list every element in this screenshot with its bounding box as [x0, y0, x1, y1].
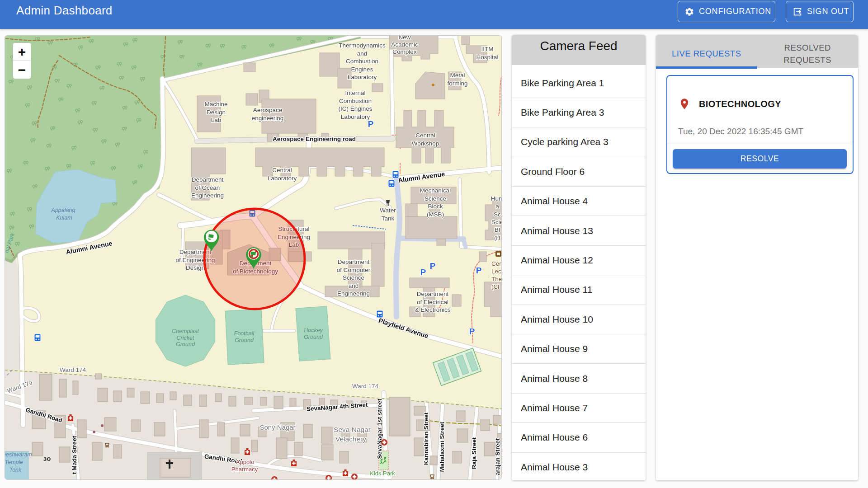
svg-text:Sony Nagar: Sony Nagar [259, 423, 295, 431]
svg-text:IITM: IITM [481, 46, 494, 52]
svg-text:SevaNagar 1st street: SevaNagar 1st street [376, 399, 383, 459]
svg-text:P: P [420, 267, 426, 277]
svg-text:Hospital: Hospital [476, 54, 499, 61]
svg-text:Complex: Complex [392, 48, 417, 55]
svg-text:(Cl: (Cl [491, 283, 499, 290]
svg-text:(MSB): (MSB) [427, 211, 444, 218]
svg-text:ɜo: ɜo [43, 455, 51, 462]
svg-text:Department: Department [192, 176, 224, 183]
svg-text:(H: (H [494, 235, 500, 241]
svg-text:forming: forming [447, 80, 467, 87]
svg-text:Lect: Lect [491, 268, 502, 275]
svg-text:Thea: Thea [491, 276, 502, 282]
svg-text:Internal: Internal [345, 89, 365, 96]
svg-text:deeshwaram: deeshwaram [5, 451, 32, 458]
svg-text:Workshop: Workshop [412, 140, 439, 147]
svg-text:Metal: Metal [450, 72, 465, 79]
svg-text:Water: Water [380, 207, 396, 214]
svg-text:Central: Central [415, 132, 435, 139]
svg-text:of Electrical: of Electrical [417, 299, 448, 305]
svg-text:Engineering: Engineering [337, 290, 370, 297]
svg-text:Tank: Tank [382, 215, 395, 222]
svg-text:Raja Street: Raja Street [471, 437, 477, 469]
svg-text:Hockey: Hockey [304, 327, 323, 333]
svg-text:Academic: Academic [391, 41, 418, 48]
svg-text:Thermodynamics: Thermodynamics [339, 42, 386, 49]
svg-text:Ward 174: Ward 174 [352, 383, 379, 389]
svg-text:Appolo: Appolo [236, 459, 254, 465]
svg-text:Ward 174: Ward 174 [60, 366, 86, 373]
svg-text:P: P [469, 327, 475, 336]
svg-text:P: P [430, 261, 436, 271]
svg-text:Bl: Bl [495, 226, 500, 233]
svg-text:(IC) Engines: (IC) Engines [338, 105, 372, 112]
svg-text:Engines: Engines [351, 66, 373, 73]
svg-text:Ground: Ground [235, 337, 254, 343]
svg-text:Mahalaxmi Street: Mahalaxmi Street [439, 422, 445, 472]
svg-text:engineering: engineering [252, 115, 284, 122]
svg-text:Ground: Ground [176, 341, 195, 347]
svg-text:of Computer: of Computer [337, 267, 371, 273]
svg-text:Kannabiran Street: Kannabiran Street [423, 412, 429, 465]
svg-text:Scie: Scie [491, 219, 502, 225]
svg-text:Kulam: Kulam [56, 215, 72, 221]
svg-text:Lab: Lab [211, 117, 222, 123]
svg-text:Laboratory: Laboratory [348, 74, 377, 80]
svg-text:Cen: Cen [491, 260, 502, 267]
svg-text:Hum: Hum [491, 195, 502, 202]
svg-text:Aerospace Engineering road: Aerospace Engineering road [273, 136, 356, 142]
svg-text:Football: Football [234, 330, 255, 337]
svg-text:Science: Science [343, 274, 364, 281]
svg-text:Mechanical: Mechanical [420, 187, 451, 194]
svg-text:Combustion: Combustion [339, 98, 372, 104]
svg-text:Cricket: Cricket [177, 335, 194, 341]
svg-text:Ground: Ground [304, 334, 323, 340]
svg-text:Block: Block [428, 203, 443, 210]
svg-text:Laboratory: Laboratory [341, 113, 370, 120]
svg-text:P: P [368, 119, 374, 129]
svg-text:New: New [398, 36, 410, 41]
svg-text:Pharmacy: Pharmacy [231, 466, 258, 473]
svg-text:P: P [476, 266, 482, 275]
svg-text:Appalang: Appalang [51, 207, 75, 213]
svg-text:Sc: Sc [494, 211, 501, 218]
svg-text:Tonk: Tonk [9, 467, 22, 473]
svg-text:a: a [495, 203, 499, 210]
svg-text:t Mada Street: t Mada Street [71, 436, 78, 474]
svg-text:Temple: Temple [5, 459, 23, 465]
svg-text:and: and [357, 50, 368, 57]
svg-text:and: and [349, 282, 359, 289]
svg-text:Design: Design [207, 109, 226, 116]
svg-text:of Ocean: of Ocean [195, 184, 220, 191]
svg-text:Machine: Machine [204, 101, 227, 108]
svg-text:arajan Street: arajan Street [494, 438, 501, 475]
svg-text:& Electronics: & Electronics [415, 306, 451, 313]
svg-text:Central: Central [272, 167, 292, 174]
svg-text:Laboratory: Laboratory [268, 175, 297, 182]
svg-text:Chemplast: Chemplast [172, 328, 199, 334]
svg-text:Velachery: Velachery [335, 435, 366, 443]
svg-text:Department: Department [338, 258, 370, 265]
svg-text:Seva Nagar: Seva Nagar [334, 426, 371, 433]
svg-text:Combustion: Combustion [346, 58, 378, 65]
svg-text:Kids Park: Kids Park [370, 470, 395, 477]
svg-text:Department: Department [417, 291, 449, 297]
svg-text:Aerospace: Aerospace [253, 107, 283, 113]
svg-text:Science: Science [425, 195, 446, 202]
svg-text:Design: Design [186, 264, 205, 271]
svg-text:Engineering: Engineering [191, 192, 224, 199]
